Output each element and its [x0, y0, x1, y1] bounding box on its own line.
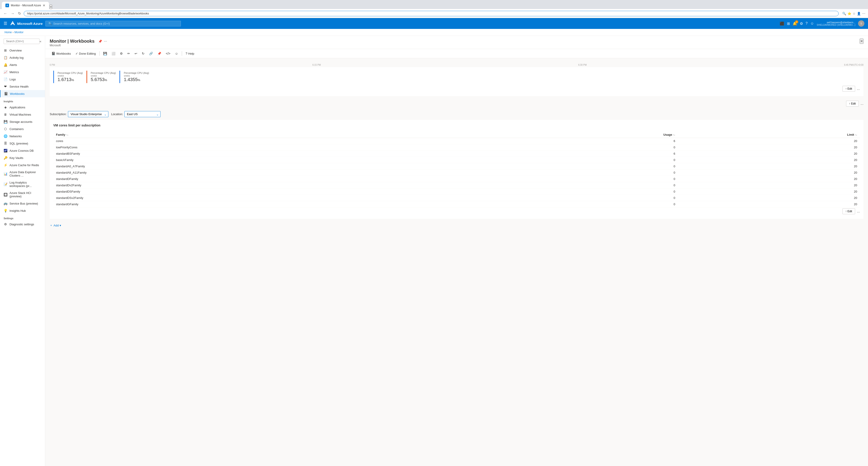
sidebar-item-key-vaults[interactable]: 🔑 Key Vaults — [0, 154, 45, 161]
sidebar-item-containers[interactable]: ⬡ Containers — [0, 125, 45, 132]
sidebar-item-azure-stack-hci[interactable]: 🔲 Azure Stack HCI (preview) — [0, 189, 45, 200]
sidebar-label-diagnostic-settings: Diagnostic settings — [9, 223, 34, 226]
directory-icon[interactable]: ⊞ — [787, 22, 790, 26]
col-family[interactable]: Family ↑↓ — [53, 132, 475, 138]
breadcrumb-home[interactable]: Home — [4, 31, 12, 34]
cell-limit: 20 — [678, 157, 860, 163]
cell-limit: 20 — [678, 144, 860, 151]
sidebar-collapse-button[interactable]: « — [39, 39, 41, 43]
cell-usage: 0 — [475, 182, 678, 188]
help-icon[interactable]: ? — [806, 22, 808, 26]
search-input[interactable] — [53, 22, 178, 25]
pencil-icon: ✏ — [127, 52, 130, 55]
forward-button[interactable]: → — [10, 10, 16, 17]
sidebar-item-azure-data-explorer[interactable]: 📊 Azure Data Explorer Clusters ... — [0, 169, 45, 179]
tab-close-button[interactable]: ✕ — [43, 4, 45, 7]
sidebar-search-input[interactable] — [4, 39, 39, 44]
sidebar-item-alerts[interactable]: 🔔 Alerts — [0, 61, 45, 68]
sidebar-item-azure-cache-redis[interactable]: ⚡ Azure Cache for Redis — [0, 161, 45, 169]
sidebar-item-workbooks[interactable]: 📓 Workbooks — [0, 90, 45, 97]
location-select-wrap[interactable]: East US — [124, 111, 160, 117]
add-button[interactable]: ＋ Add ▾ — [50, 223, 61, 227]
gallery-icon: ⬜ — [112, 52, 115, 55]
sidebar-item-applications[interactable]: ◈ Applications — [0, 104, 45, 111]
settings-icon[interactable]: ⚙ — [800, 22, 803, 26]
toolbar-undo[interactable]: ↩ — [133, 51, 139, 56]
notifications-icon[interactable]: 🔔 1 — [793, 22, 797, 26]
toolbar-gallery[interactable]: ⬜ — [110, 51, 117, 56]
search-icon-btn[interactable]: 🔍 — [842, 12, 846, 15]
browser-tab-title: Monitor - Microsoft Azure — [11, 4, 41, 7]
scroll-content[interactable]: 6 PM 6:15 PM 6:30 PM 6:45 PM/UTC+0:00 Pe… — [45, 58, 868, 466]
ellipsis-icon[interactable]: ⋯ — [104, 39, 107, 43]
filters-edit-button[interactable]: ↑ Edit — [846, 101, 859, 106]
sidebar-item-insights-hub[interactable]: 💡 Insights Hub — [0, 207, 45, 214]
browser-tab-active[interactable]: A Monitor - Microsoft Azure ✕ — [2, 2, 49, 9]
location-select[interactable]: East US — [124, 111, 160, 117]
cell-limit: 20 — [678, 188, 860, 195]
toolbar-code[interactable]: </> — [164, 51, 172, 56]
sidebar-item-logs[interactable]: 📄 Logs — [0, 75, 45, 83]
profile-btn[interactable]: 👤 — [857, 12, 861, 15]
sidebar-item-networks[interactable]: 🌐 Networks — [0, 132, 45, 140]
toolbar-settings[interactable]: ⚙ — [118, 51, 125, 56]
sidebar-item-service-bus[interactable]: 🚌 Service Bus (preview) — [0, 200, 45, 207]
sidebar-item-sql[interactable]: 🗄 SQL (preview) — [0, 140, 45, 147]
more-tools-btn[interactable]: ⋯ — [862, 12, 865, 15]
sidebar-item-diagnostic-settings[interactable]: ⚙ Diagnostic settings — [0, 221, 45, 228]
cloud-shell-icon[interactable]: ⬛ — [780, 22, 784, 26]
sidebar-item-metrics[interactable]: 📈 Metrics — [0, 68, 45, 75]
sidebar-item-log-analytics[interactable]: 📝 Log Analytics workspaces (pr... — [0, 179, 45, 189]
filters-more-button[interactable]: ... — [861, 102, 864, 106]
sidebar-item-overview[interactable]: ⊞ Overview — [0, 47, 45, 54]
address-input[interactable] — [24, 11, 839, 16]
cpu-edit-button[interactable]: ↑ Edit — [842, 86, 855, 92]
sidebar-item-storage-accounts[interactable]: 💾 Storage accounts — [0, 118, 45, 125]
toolbar-done-editing[interactable]: ✓ Done Editing — [73, 51, 97, 56]
feedback-icon[interactable]: ☺ — [810, 22, 814, 26]
subscription-select[interactable]: Visual Studio Enterprise — [68, 111, 108, 117]
subscription-select-wrap[interactable]: Visual Studio Enterprise — [68, 111, 108, 117]
favorites-btn[interactable]: ☆ — [852, 12, 856, 15]
back-button[interactable]: ← — [3, 10, 8, 17]
table-row: standardDFamily 0 20 — [53, 176, 860, 182]
sidebar-item-virtual-machines[interactable]: 🖥 Virtual Machines — [0, 111, 45, 118]
col-limit[interactable]: Limit ↑↓ — [678, 132, 860, 138]
reload-button[interactable]: ↻ — [17, 10, 22, 17]
toolbar-emoji[interactable]: ☺ — [173, 51, 180, 56]
sidebar-label-networks: Networks — [9, 134, 22, 138]
sidebar-label-cosmos-db: Azure Cosmos DB — [9, 149, 34, 152]
table-row: standardA8_A11Family 0 20 — [53, 169, 860, 176]
extensions-btn[interactable]: ⭐ — [847, 12, 851, 15]
toolbar-pin[interactable]: 📌 — [156, 51, 163, 56]
metrics-icon: 📈 — [4, 70, 7, 74]
user-avatar[interactable]: S — [858, 20, 864, 27]
close-panel-button[interactable]: ✕ — [860, 39, 864, 44]
toolbar-workbooks[interactable]: 📓 Workbooks — [50, 51, 73, 56]
sidebar-item-activity-log[interactable]: 📋 Activity log — [0, 54, 45, 61]
sidebar-item-service-health[interactable]: ❤ Service Health — [0, 83, 45, 90]
toolbar-share[interactable]: 🔗 — [147, 51, 155, 56]
global-search[interactable]: 🔍 — [45, 21, 181, 26]
table-more-button[interactable]: ... — [857, 209, 860, 213]
time-6pm: 6 PM — [50, 64, 55, 66]
cpu-label-vm003: Percentage CPU (Avg)vm003 — [58, 71, 83, 77]
breadcrumb-monitor[interactable]: Monitor — [14, 31, 24, 34]
toolbar-help[interactable]: ? Help — [184, 51, 196, 56]
cpu-label-vm002: Percentage CPU (Avg)vm002 — [91, 71, 116, 77]
cell-family: basicAFamily — [53, 157, 475, 163]
new-tab-button[interactable]: + — [50, 5, 52, 9]
virtual-machines-icon: 🖥 — [4, 113, 7, 116]
toolbar-edit-pencil[interactable]: ✏ — [126, 51, 132, 56]
col-usage[interactable]: Usage ↑↓ — [475, 132, 678, 138]
toolbar-save[interactable]: 💾 — [101, 51, 109, 56]
toolbar-refresh[interactable]: ↻ — [140, 51, 146, 56]
hamburger-menu-button[interactable]: ☰ — [4, 21, 7, 26]
table-edit-button[interactable]: ↑ Edit — [842, 208, 855, 214]
table-row: cores 6 20 — [53, 138, 860, 144]
sidebar-item-cosmos-db[interactable]: 🌌 Azure Cosmos DB — [0, 147, 45, 154]
cpu-more-button[interactable]: ... — [857, 87, 860, 91]
sidebar-label-insights-hub: Insights Hub — [9, 209, 26, 213]
sql-icon: 🗄 — [4, 142, 7, 145]
pin-icon[interactable]: 📌 — [98, 39, 102, 43]
